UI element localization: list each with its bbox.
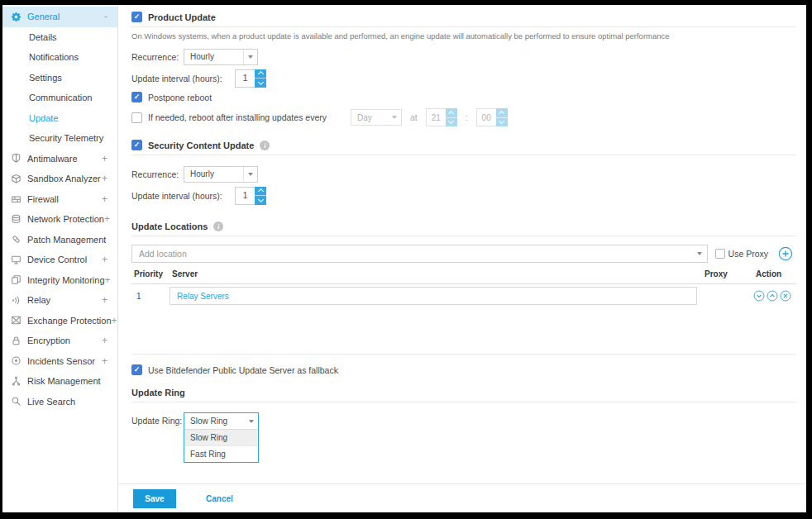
- patch-icon: [10, 234, 21, 245]
- reboot-after-label: If needed, reboot after installing updat…: [148, 112, 327, 122]
- sidebar-item-label: Risk Management: [27, 376, 101, 386]
- stepper-down-button[interactable]: [255, 196, 266, 205]
- ring-option-slow-ring[interactable]: Slow Ring: [184, 430, 258, 446]
- column-header-proxy: Proxy: [702, 269, 753, 279]
- move-down-button[interactable]: [753, 290, 765, 302]
- move-up-button[interactable]: [767, 290, 778, 302]
- scu-update-interval-value[interactable]: 1: [235, 187, 255, 205]
- update-interval-stepper[interactable]: 1: [235, 69, 266, 88]
- exchange-icon: [10, 315, 21, 326]
- sandbox-icon: [10, 173, 21, 184]
- sidebar-item-update[interactable]: Update: [2, 108, 117, 129]
- stepper-up-button[interactable]: [446, 108, 457, 118]
- stepper-down-button[interactable]: [446, 118, 457, 127]
- update-ring-header: Update Ring: [131, 388, 796, 402]
- sidebar-item-device-control[interactable]: Device Control+: [2, 250, 117, 270]
- cancel-button[interactable]: Cancel: [206, 494, 233, 503]
- update-interval-value[interactable]: 1: [235, 69, 255, 88]
- sidebar-item-label: Notifications: [29, 52, 79, 62]
- security-content-update-checkbox[interactable]: [131, 140, 142, 150]
- server-link[interactable]: Relay Servers: [177, 292, 229, 301]
- sidebar-item-incidents-sensor[interactable]: Incidents Sensor+: [2, 351, 117, 372]
- gear-icon: [10, 11, 21, 22]
- scu-recurrence-select[interactable]: Hourly: [184, 166, 258, 183]
- add-location-button[interactable]: [778, 246, 793, 261]
- sidebar-item-notifications[interactable]: Notifications: [2, 47, 117, 68]
- expand-icon[interactable]: +: [102, 336, 107, 345]
- expand-icon[interactable]: +: [102, 295, 107, 305]
- update-ring-select[interactable]: Slow Ring: [184, 413, 258, 430]
- sidebar-item-label: Sandbox Analyzer: [27, 174, 101, 183]
- search-icon: [10, 396, 21, 407]
- locations-table-body: 1Relay Servers: [131, 284, 796, 307]
- info-icon: i: [260, 140, 270, 150]
- save-button[interactable]: Save: [133, 489, 176, 508]
- reboot-hour-value[interactable]: 21: [426, 108, 446, 126]
- chevron-down-icon[interactable]: [692, 245, 707, 262]
- reboot-day-select[interactable]: Day: [351, 109, 402, 126]
- sidebar-item-sandbox-analyzer[interactable]: Sandbox Analyzer+: [2, 169, 117, 189]
- sidebar-item-details[interactable]: Details: [2, 27, 117, 48]
- update-interval-label: Update interval (hours):: [131, 191, 235, 201]
- sidebar-item-label: General: [27, 12, 60, 21]
- sidebar-item-label: Incidents Sensor: [27, 356, 95, 366]
- sidebar-item-patch-management[interactable]: Patch Management: [2, 230, 117, 250]
- stepper-up-button[interactable]: [255, 187, 266, 197]
- locations-table-header: PriorityServerProxyAction: [131, 263, 796, 284]
- action-cell: [753, 290, 796, 302]
- use-proxy-checkbox[interactable]: [715, 249, 725, 259]
- reboot-day-value: Day: [351, 113, 388, 122]
- expand-icon[interactable]: +: [102, 154, 107, 164]
- security-content-update-title: Security Content Update: [148, 140, 254, 150]
- recurrence-select[interactable]: Hourly: [184, 49, 258, 65]
- chevron-down-icon: [245, 420, 258, 423]
- sidebar-item-encryption[interactable]: Encryption+: [2, 331, 117, 351]
- add-location-input[interactable]: Add location: [131, 245, 708, 263]
- stepper-down-button[interactable]: [255, 79, 266, 88]
- sidebar-item-risk-management[interactable]: Risk Management: [2, 371, 117, 392]
- sidebar-item-label: Relay: [27, 295, 50, 305]
- stepper-up-button[interactable]: [496, 108, 508, 118]
- stepper-down-button[interactable]: [496, 118, 508, 127]
- sidebar-item-exchange-protection[interactable]: Exchange Protection+: [2, 311, 117, 331]
- sidebar-item-communication[interactable]: Communication: [2, 88, 117, 108]
- expand-icon[interactable]: +: [102, 174, 107, 183]
- expand-icon[interactable]: +: [102, 255, 107, 264]
- scu-update-interval-stepper[interactable]: 1: [235, 187, 266, 205]
- sidebar-item-label: Live Search: [27, 397, 75, 407]
- public-update-fallback-label: Use Bitdefender Public Update Server as …: [148, 365, 338, 375]
- stepper-up-button[interactable]: [255, 69, 266, 79]
- expand-icon[interactable]: +: [112, 316, 117, 326]
- reboot-minute-value[interactable]: 00: [476, 108, 496, 126]
- postpone-reboot-checkbox[interactable]: [131, 92, 142, 102]
- sidebar-item-network-protection[interactable]: Network Protection+: [2, 209, 117, 230]
- expand-icon[interactable]: +: [105, 275, 111, 285]
- scu-recurrence-value: Hourly: [184, 169, 243, 179]
- sidebar-item-relay[interactable]: Relay+: [2, 290, 117, 311]
- product-update-checkbox[interactable]: [131, 12, 142, 22]
- sidebar-item-integrity-monitoring[interactable]: Integrity Monitoring+: [2, 270, 117, 291]
- collapse-icon[interactable]: -: [104, 12, 107, 21]
- delete-button[interactable]: [780, 290, 791, 302]
- reboot-hour-stepper[interactable]: 21: [426, 108, 457, 126]
- sidebar-item-antimalware[interactable]: Antimalware+: [2, 149, 117, 169]
- reboot-minute-stepper[interactable]: 00: [476, 108, 508, 126]
- sidebar-item-label: Encryption: [27, 336, 70, 345]
- expand-icon[interactable]: +: [104, 214, 110, 224]
- sidebar-item-settings[interactable]: Settings: [2, 68, 117, 88]
- sidebar-item-live-search[interactable]: Live Search: [2, 392, 117, 412]
- ring-option-fast-ring[interactable]: Fast Ring: [184, 446, 258, 462]
- sidebar-item-firewall[interactable]: Firewall+: [2, 189, 117, 210]
- sensor-icon: [10, 355, 21, 367]
- expand-icon[interactable]: +: [102, 194, 107, 204]
- sidebar-item-general[interactable]: General-: [2, 7, 117, 27]
- server-cell: Relay Servers: [170, 287, 697, 305]
- update-locations-title: Update Locations: [131, 221, 208, 231]
- sidebar-item-label: Firewall: [27, 194, 59, 204]
- expand-icon[interactable]: +: [102, 356, 107, 366]
- sidebar-item-security-telemetry[interactable]: Security Telemetry: [2, 128, 117, 149]
- column-header-priority: Priority: [131, 269, 170, 279]
- reboot-after-checkbox[interactable]: [131, 112, 142, 123]
- network-icon: [10, 213, 21, 225]
- public-update-fallback-checkbox[interactable]: [131, 364, 142, 375]
